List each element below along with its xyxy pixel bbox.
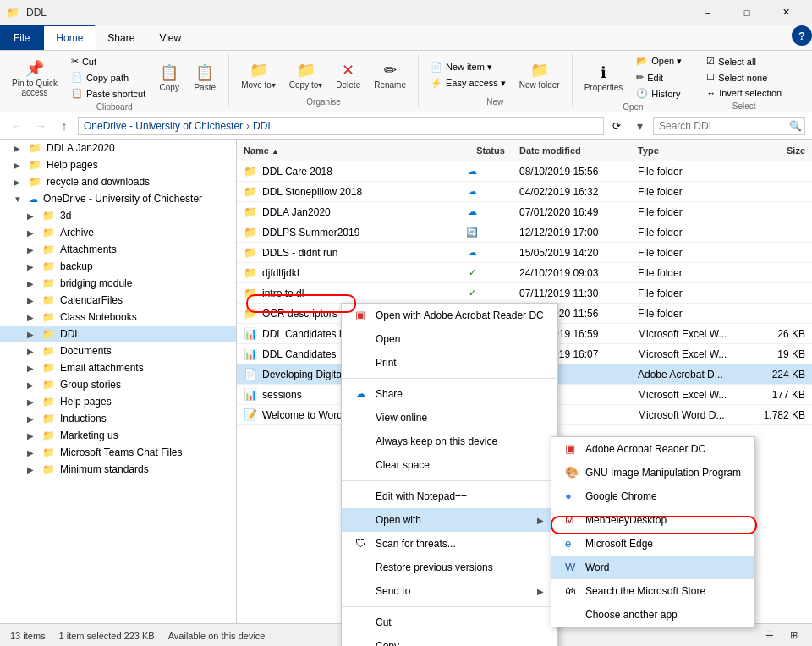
openwith-mendeley[interactable]: M MendeleyDesktop [551,508,754,532]
paste-shortcut-button[interactable]: 📋 Paste shortcut [66,86,151,101]
sidebar-item-msteams[interactable]: ▶ 📁 Microsoft Teams Chat Files [0,444,236,461]
context-open[interactable]: Open [342,327,557,351]
title-controls: − □ ✕ [689,0,805,25]
back-button[interactable]: ← [7,116,27,136]
new-folder-button[interactable]: 📁 New folder [514,57,565,93]
rename-button[interactable]: ✏ Rename [369,57,411,93]
open-button[interactable]: 📂 Open ▾ [631,54,687,68]
sidebar-item-archive[interactable]: ▶ 📁 Archive [0,224,236,241]
file-row[interactable]: 📁DDL Care 2018 ☁ 08/10/2019 15:56 File f… [237,162,812,182]
sidebar-item-marketing[interactable]: ▶ 📁 Marketing us [0,427,236,444]
forward-button[interactable]: → [30,116,51,136]
file-row[interactable]: 📁djfdlfjdkf ✓ 24/10/2019 09:03 File fold… [237,263,812,283]
maximize-button[interactable]: □ [727,0,766,25]
context-view-online[interactable]: View online [342,406,557,430]
openwith-choose[interactable]: Choose another app [551,603,754,627]
pin-to-quick-button[interactable]: 📌 Pin to Quickaccess [7,55,63,101]
tab-home[interactable]: Home [44,25,96,50]
sidebar-item-groupstories[interactable]: ▶ 📁 Group stories [0,376,236,393]
sidebar-item-emailattachments[interactable]: ▶ 📁 Email attachments [0,359,236,376]
folder-icon: 📁 [244,307,257,320]
file-row[interactable]: 📁intro to dl ✓ 07/11/2019 11:30 File fol… [237,283,812,304]
openwith-acrobat[interactable]: ▣ Adobe Acrobat Reader DC [551,437,754,461]
openwith-gimp[interactable]: 🎨 GNU Image Manipulation Program [551,461,754,484]
expand-arrow: ▶ [27,228,37,238]
context-keep-device[interactable]: Always keep on this device [342,430,557,453]
select-none-button[interactable]: ☐ Select none [701,70,787,85]
invert-selection-button[interactable]: ↔ Invert selection [701,86,787,100]
file-row[interactable]: 📁DDL Stonepillow 2018 ☁ 04/02/2019 16:32… [237,182,812,202]
context-clear-space[interactable]: Clear space [342,453,557,477]
delete-button[interactable]: ✕ Delete [331,57,365,93]
copy-path-button[interactable]: 📄 Copy path [66,70,151,85]
file-row[interactable]: 📁DDLA Jan2020 ☁ 07/01/2020 16:49 File fo… [237,202,812,222]
tab-view[interactable]: View [147,25,194,50]
submenu-arrow-icon2: ▶ [537,587,544,596]
context-send-to[interactable]: Send to ▶ [342,579,557,603]
file-row[interactable]: 📁DDLS - didnt run ☁ 15/05/2019 14:20 Fil… [237,243,812,263]
path-segment-ddl[interactable]: DDL [253,120,273,132]
history-button[interactable]: 🕐 History [631,86,687,101]
context-copy[interactable]: Copy [342,634,557,646]
sidebar-item-classnotebooks[interactable]: ▶ 📁 Class Notebooks [0,309,236,326]
context-cut[interactable]: Cut [342,610,557,634]
context-open-acrobat[interactable]: ▣Open with Adobe Acrobat Reader DC [342,304,557,327]
sidebar-item-calendarfiles[interactable]: ▶ 📁 CalendarFiles [0,292,236,309]
sidebar-item-onedrive[interactable]: ▼ ☁ OneDrive - University of Chichester [0,190,236,207]
tab-file[interactable]: File [0,25,44,50]
sidebar-item-minimum[interactable]: ▶ 📁 Minimum standards [0,461,236,478]
minimize-button[interactable]: − [689,0,727,25]
refresh-button[interactable]: ⟳ [607,117,626,135]
sidebar-item-helppages2[interactable]: ▶ 📁 Help pages [0,393,236,410]
edit-button[interactable]: ✏ Edit [631,70,687,85]
openwith-chrome[interactable]: ● Google Chrome [551,484,754,508]
openwith-word[interactable]: W Word [551,556,754,579]
sidebar-item-backup[interactable]: ▶ 📁 backup [0,258,236,275]
new-folder-label: New folder [519,80,560,90]
sidebar-item-bridging[interactable]: ▶ 📁 bridging module [0,275,236,292]
easy-access-button[interactable]: ⚡ Easy access ▾ [425,76,511,90]
close-button[interactable]: ✕ [766,0,805,25]
sidebar-item-ddla[interactable]: ▶ 📁 DDLA Jan2020 [0,140,236,156]
column-name[interactable]: Name ▲ [237,145,465,156]
context-print[interactable]: Print [342,351,557,375]
sidebar-item-documents[interactable]: ▶ 📁 Documents [0,342,236,359]
large-icons-button[interactable]: ⊞ [785,627,802,644]
file-row[interactable]: 📁DDLPS Summer2019 🔄 12/12/2019 17:00 Fil… [237,222,812,243]
address-path[interactable]: OneDrive - University of Chichester › DD… [78,117,604,135]
search-input[interactable] [659,120,786,132]
new-item-button[interactable]: 📄 New item ▾ [425,60,511,74]
select-all-button[interactable]: ☑ Select all [701,54,787,68]
shield-icon: 🛡 [355,537,369,550]
tab-share[interactable]: Share [96,25,147,50]
sidebar-item-ddl[interactable]: ▶ 📁 DDL [0,326,236,342]
context-share[interactable]: ☁Share [342,382,557,406]
up-button[interactable]: ↑ [54,116,74,136]
column-date[interactable]: Date modified [516,145,634,156]
column-type[interactable]: Type [634,145,753,156]
column-status[interactable]: Status [465,145,516,156]
move-to-button[interactable]: 📁 Move to▾ [236,57,281,93]
sidebar-item-attachments[interactable]: ▶ 📁 Attachments [0,241,236,258]
properties-button[interactable]: ℹ Properties [579,59,628,96]
details-view-button[interactable]: ☰ [761,627,778,644]
available-status-icon: ✓ [465,266,479,280]
column-size[interactable]: Size [753,145,812,156]
context-notepadpp[interactable]: Edit with Notepad++ [342,484,557,508]
openwith-store[interactable]: 🛍 Search the Microsoft Store [551,579,754,603]
copy-button[interactable]: 📋 Copy [154,59,184,96]
path-segment-onedrive[interactable]: OneDrive - University of Chichester [84,120,243,132]
sidebar-item-helppages1[interactable]: ▶ 📁 Help pages [0,156,236,173]
context-scan[interactable]: 🛡Scan for threats... [342,532,557,556]
paste-button[interactable]: 📋 Paste [188,59,222,96]
sidebar-item-3d[interactable]: ▶ 📁 3d [0,207,236,224]
recent-dropdown[interactable]: ▾ [629,116,650,136]
cut-button[interactable]: ✂ Cut [66,54,151,68]
sidebar-item-recycle[interactable]: ▶ 📁 recycle and downloads [0,173,236,190]
context-restore[interactable]: Restore previous versions [342,556,557,579]
copy-to-button[interactable]: 📁 Copy to▾ [284,57,327,93]
openwith-edge[interactable]: e Microsoft Edge [551,532,754,556]
sidebar-item-inductions[interactable]: ▶ 📁 Inductions [0,410,236,427]
help-button[interactable]: ? [792,25,812,46]
context-open-with[interactable]: Open with ▶ [342,508,557,532]
